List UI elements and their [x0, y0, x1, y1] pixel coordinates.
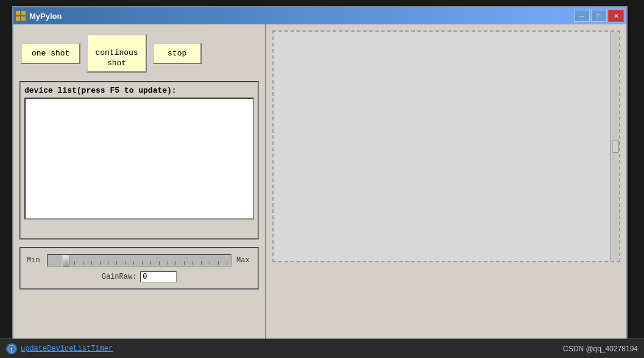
device-list-label: device list(press F5 to update):: [24, 86, 254, 95]
tick: [168, 261, 168, 265]
taskbar: i updateDeviceListTimer CSDN @qq_4027819…: [0, 338, 644, 358]
title-bar-buttons: ─ □ ✕: [574, 10, 624, 22]
title-bar-left: MyPylon: [16, 11, 62, 21]
taskbar-left: i updateDeviceListTimer: [6, 343, 113, 354]
tick: [125, 261, 126, 265]
tick: [108, 261, 108, 265]
slider-min-label: Min: [27, 256, 42, 265]
gain-raw-label: GainRaw:: [102, 273, 137, 281]
taskbar-watermark: CSDN @qq_40278194: [563, 345, 638, 353]
svg-rect-1: [21, 11, 26, 15]
taskbar-timer-text: updateDeviceListTimer: [21, 345, 113, 353]
tick: [66, 261, 66, 265]
tick: [201, 261, 202, 265]
title-bar: MyPylon ─ □ ✕: [13, 7, 626, 24]
window-title: MyPylon: [29, 12, 62, 21]
button-row: one shot continous shot stop: [19, 30, 259, 76]
slider-ticks: [66, 261, 227, 265]
svg-rect-2: [16, 16, 20, 21]
tick: [159, 261, 160, 265]
minimize-button[interactable]: ─: [574, 10, 590, 22]
restore-button[interactable]: □: [591, 10, 607, 22]
vertical-scrollbar[interactable]: [610, 32, 619, 261]
scrollbar-thumb[interactable]: [612, 140, 618, 152]
gain-input-row: GainRaw:: [27, 271, 252, 282]
tick: [227, 261, 227, 265]
gain-section: Min: [19, 247, 259, 290]
svg-rect-3: [21, 16, 26, 21]
tick: [83, 261, 83, 265]
right-panel: [266, 24, 626, 346]
gain-slider[interactable]: [47, 254, 232, 267]
tick: [133, 261, 134, 265]
mypylon-icon: [16, 11, 26, 21]
tick: [210, 261, 210, 265]
slider-row: Min: [27, 254, 252, 267]
tick: [193, 261, 193, 265]
tick: [100, 261, 101, 265]
main-window: MyPylon ─ □ ✕ one shot continous shot st…: [12, 6, 628, 348]
continuous-shot-label: continous shot: [95, 48, 138, 68]
tick: [74, 261, 75, 265]
one-shot-button[interactable]: one shot: [21, 43, 80, 64]
close-button[interactable]: ✕: [608, 10, 624, 22]
tick: [150, 261, 151, 265]
tick: [142, 261, 143, 265]
tick: [218, 261, 219, 265]
tick: [116, 261, 117, 265]
tick: [184, 261, 185, 265]
device-list-box[interactable]: [24, 98, 254, 220]
image-viewport: [272, 30, 620, 262]
svg-text:i: i: [10, 347, 13, 353]
svg-rect-0: [16, 11, 20, 15]
gain-raw-input[interactable]: [140, 271, 177, 282]
continuous-shot-button[interactable]: continous shot: [87, 34, 146, 73]
slider-max-label: Max: [236, 256, 252, 265]
device-list-section: device list(press F5 to update):: [19, 81, 259, 240]
window-content: one shot continous shot stop device list…: [13, 24, 626, 346]
tick: [175, 261, 176, 265]
stop-button[interactable]: stop: [153, 43, 202, 64]
left-panel: one shot continous shot stop device list…: [13, 24, 266, 346]
taskbar-app-icon: i: [6, 343, 17, 354]
tick: [91, 261, 92, 265]
